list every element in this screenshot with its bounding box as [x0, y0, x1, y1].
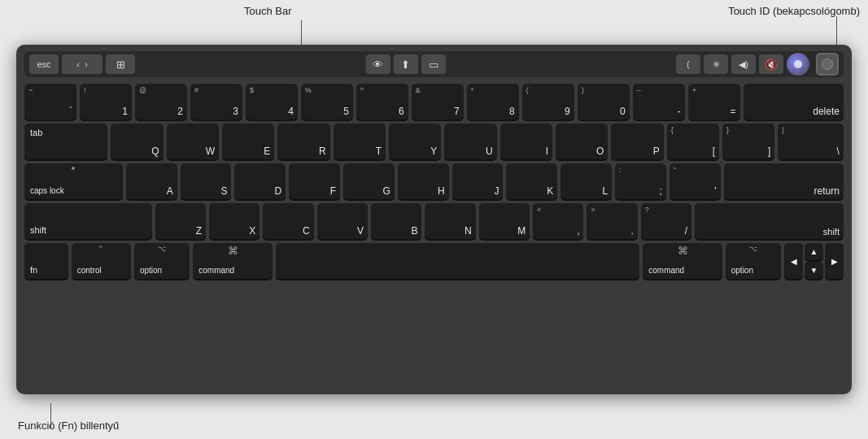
key-close-bracket[interactable]: } ] [722, 124, 774, 159]
key-option-left[interactable]: ⌥ option [134, 243, 190, 279]
key-u[interactable]: U [444, 124, 496, 159]
key-equals[interactable]: + = [688, 84, 740, 120]
key-5[interactable]: % 5 [301, 84, 353, 120]
key-z[interactable]: Z [155, 203, 206, 239]
key-4[interactable]: $ 4 [246, 84, 298, 120]
key-i[interactable]: I [500, 124, 552, 159]
key-c[interactable]: C [263, 203, 313, 239]
key-fn[interactable]: fn [24, 243, 68, 279]
tb-brightness-down-button[interactable]: ( [676, 54, 700, 74]
tb-brightness-up-button[interactable]: ✳ [704, 54, 728, 74]
key-caps-lock[interactable]: caps lock [24, 163, 123, 199]
key-x[interactable]: X [209, 203, 260, 239]
key-quote[interactable]: " ' [670, 163, 721, 199]
key-arrow-right[interactable]: ▶ [825, 243, 844, 279]
key-shift-left[interactable]: shift [24, 203, 152, 239]
key-backslash[interactable]: | \ [778, 124, 844, 159]
fn-connector-line [50, 403, 51, 429]
key-6[interactable]: ^ 6 [356, 84, 408, 120]
keyboard: esc ‹ › ⊞ 👁 ⬆ ▭ ( ✳ ◀) 🔇 ~ ` ! 1 [16, 45, 852, 394]
key-2[interactable]: @ 2 [135, 84, 187, 120]
tb-nav-right-icon: › [85, 59, 88, 69]
caps-lock-indicator [72, 167, 75, 170]
tb-share-button[interactable]: ⬆ [394, 54, 418, 74]
key-tilde-backtick[interactable]: ~ ` [24, 84, 76, 120]
arrow-cluster: ◀ ▲ ▼ ▶ [784, 243, 844, 279]
key-h[interactable]: H [398, 163, 449, 199]
key-r[interactable]: R [277, 124, 329, 159]
key-j[interactable]: J [452, 163, 504, 199]
key-e[interactable]: E [222, 124, 274, 159]
tb-overview-button[interactable]: 👁 [366, 54, 390, 74]
key-v[interactable]: V [317, 203, 368, 239]
asdf-row: caps lock A S D F G H J K L : ; " ' retu… [24, 163, 844, 199]
key-k[interactable]: K [506, 163, 557, 199]
key-arrow-left[interactable]: ◀ [784, 243, 803, 279]
key-command-left[interactable]: ⌘ command [193, 243, 273, 279]
key-g[interactable]: G [343, 163, 395, 199]
key-shift-right[interactable]: shift [695, 203, 844, 239]
key-3[interactable]: # 3 [190, 84, 242, 120]
key-d[interactable]: D [234, 163, 286, 199]
arrow-top-row: ◀ ▲ ▼ ▶ [784, 243, 844, 279]
key-q[interactable]: Q [111, 124, 163, 159]
number-row: ~ ` ! 1 @ 2 # 3 $ 4 % 5 ^ 6 & 7 [24, 84, 844, 120]
key-1[interactable]: ! 1 [80, 84, 132, 120]
key-space[interactable] [276, 243, 639, 279]
key-y[interactable]: Y [389, 124, 441, 159]
key-7[interactable]: & 7 [412, 84, 464, 120]
key-arrow-up[interactable]: ▲ [805, 243, 823, 260]
key-delete[interactable]: delete [744, 84, 844, 120]
key-f[interactable]: F [289, 163, 340, 199]
key-s[interactable]: S [181, 163, 232, 199]
tb-siri-button[interactable] [787, 53, 809, 76]
key-return[interactable]: return [724, 163, 844, 199]
key-0[interactable]: ) 0 [578, 84, 630, 120]
key-command-right[interactable]: ⌘ command [643, 243, 722, 279]
fn-annotation: Funkció (Fn) billentyű [18, 418, 119, 432]
key-tab[interactable]: tab [24, 124, 107, 159]
key-a[interactable]: A [126, 163, 177, 199]
tb-mute-button[interactable]: 🔇 [759, 54, 783, 74]
key-p[interactable]: P [611, 124, 663, 159]
tb-mission-button[interactable]: ⊞ [106, 54, 135, 74]
touch-id-label: Touch ID (bekapcsológomb) [728, 5, 860, 17]
key-l[interactable]: L [560, 163, 612, 199]
touch-bar-label: Touch Bar [244, 5, 292, 17]
tb-nav-button[interactable]: ‹ › [62, 54, 103, 74]
key-b[interactable]: B [371, 203, 421, 239]
zxcv-row: shift Z X C V B N M < , > . ? / shift [24, 203, 844, 239]
tb-volume-button[interactable]: ◀) [731, 54, 756, 74]
key-slash[interactable]: ? / [641, 203, 691, 239]
tb-esc-button[interactable]: esc [29, 54, 59, 74]
key-9[interactable]: ( 9 [522, 84, 574, 120]
key-w[interactable]: W [167, 124, 219, 159]
key-period[interactable]: > . [587, 203, 637, 239]
key-arrow-down[interactable]: ▼ [805, 262, 823, 279]
bottom-row: fn ⌃ control ⌥ option ⌘ command ⌘ comman… [24, 243, 844, 279]
touch-bar: esc ‹ › ⊞ 👁 ⬆ ▭ ( ✳ ◀) 🔇 [24, 51, 844, 77]
fn-key-label: Funkció (Fn) billentyű [18, 419, 119, 432]
qwerty-row: tab Q W E R T Y U I O P { [ } ] | \ [24, 124, 844, 159]
key-control[interactable]: ⌃ control [72, 243, 131, 279]
touch-id-annotation: Touch ID (bekapcsológomb) [728, 5, 860, 17]
tb-label-button[interactable]: ▭ [421, 54, 446, 74]
key-n[interactable]: N [425, 203, 475, 239]
key-8[interactable]: * 8 [467, 84, 519, 120]
tb-nav-left-icon: ‹ [76, 59, 80, 69]
key-semicolon[interactable]: : ; [615, 163, 666, 199]
touch-bar-annotation: Touch Bar [244, 5, 292, 17]
key-comma[interactable]: < , [533, 203, 583, 239]
key-o[interactable]: O [556, 124, 608, 159]
key-m[interactable]: M [479, 203, 530, 239]
key-minus[interactable]: – - [633, 84, 685, 120]
key-t[interactable]: T [334, 124, 386, 159]
key-option-right[interactable]: ⌥ option [726, 243, 781, 279]
touch-id-button[interactable] [816, 53, 839, 76]
key-open-bracket[interactable]: { [ [667, 124, 719, 159]
